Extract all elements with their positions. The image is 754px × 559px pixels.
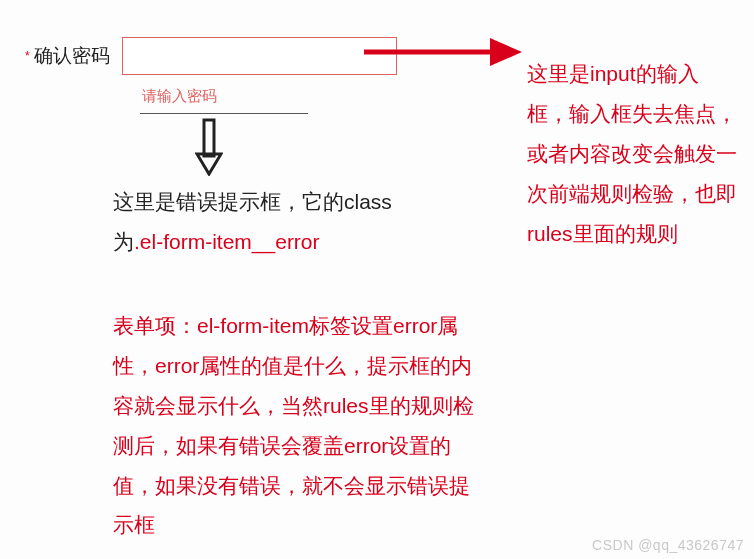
- input-explain-annotation: 这里是input的输入框，输入框失去焦点，或者内容改变会触发一次前端规则检验，也…: [527, 54, 737, 253]
- confirm-password-input[interactable]: [122, 37, 397, 75]
- required-star: *: [25, 50, 30, 62]
- arrow-right-icon: [362, 32, 522, 72]
- form-row: * 确认密码: [25, 37, 397, 75]
- error-underline: [140, 113, 308, 114]
- watermark: CSDN @qq_43626747: [592, 537, 744, 553]
- error-tip-classname: .el-form-item__error: [134, 230, 320, 253]
- form-item-explain-annotation: 表单项：el-form-item标签设置error属性，error属性的值是什么…: [113, 306, 483, 545]
- confirm-password-label: 确认密码: [34, 43, 110, 69]
- svg-marker-1: [490, 38, 522, 66]
- error-tip-annotation: 这里是错误提示框，它的class为.el-form-item__error: [113, 182, 393, 262]
- error-message: 请输入密码: [142, 87, 217, 106]
- arrow-down-icon: [195, 118, 223, 176]
- svg-rect-2: [204, 120, 214, 156]
